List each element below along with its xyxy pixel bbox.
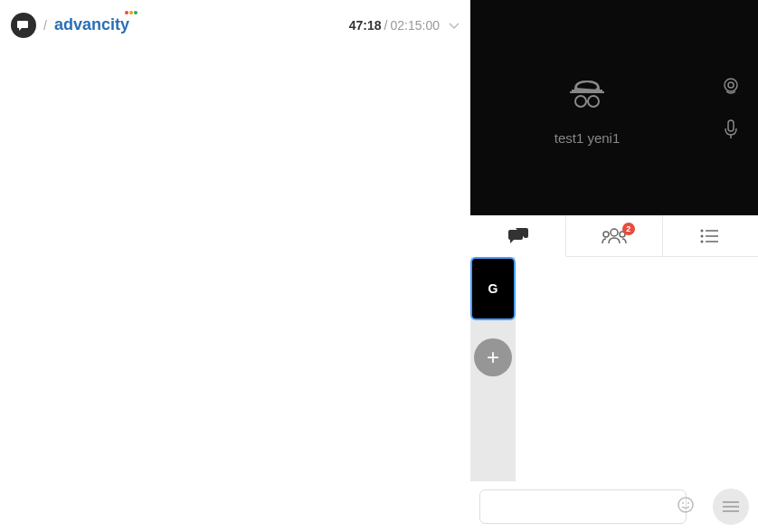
svg-rect-7	[728, 120, 734, 131]
anonymous-user-icon	[564, 71, 610, 119]
svg-point-10	[603, 232, 609, 237]
timer-total: 02:15:00	[391, 18, 441, 33]
speech-bubble-icon	[16, 19, 31, 32]
add-chat-button[interactable]: +	[474, 338, 512, 376]
video-main: test1 yeni1	[470, 0, 704, 215]
brand-text: advancity	[54, 15, 129, 33]
chat-icon	[507, 227, 529, 245]
svg-point-9	[611, 229, 618, 236]
svg-point-19	[682, 502, 684, 504]
svg-point-20	[687, 502, 689, 504]
tab-participants[interactable]: 2	[566, 215, 662, 257]
send-button[interactable]	[713, 489, 749, 525]
chat-group-tile[interactable]: G	[470, 257, 516, 320]
list-icon	[700, 229, 720, 243]
chat-body: G +	[470, 257, 758, 481]
video-area: test1 yeni1	[470, 0, 758, 215]
timer: 47:18 / 02:15:00	[349, 18, 460, 33]
tab-bar: 2	[470, 215, 758, 257]
back-button[interactable]	[11, 13, 36, 38]
svg-point-6	[728, 82, 734, 88]
svg-point-18	[678, 498, 693, 512]
chat-messages	[516, 257, 758, 481]
header-bar: / advancity 47:18 / 02:15:00	[0, 0, 470, 50]
menu-lines-icon	[723, 500, 739, 513]
tab-list[interactable]	[663, 215, 758, 257]
chat-input-area	[470, 481, 758, 532]
message-input[interactable]	[479, 489, 687, 524]
brand-dots	[125, 11, 137, 14]
timer-current: 47:18	[349, 18, 382, 33]
chevron-down-icon[interactable]	[449, 18, 460, 33]
svg-point-12	[701, 229, 704, 232]
input-wrapper	[479, 489, 704, 524]
tab-chat[interactable]	[470, 215, 566, 257]
chat-sidebar: G +	[470, 257, 516, 481]
svg-point-3	[588, 96, 599, 107]
svg-point-5	[725, 79, 737, 91]
participants-badge: 2	[622, 223, 635, 235]
timer-separator: /	[384, 18, 388, 33]
camera-icon[interactable]	[721, 77, 741, 100]
svg-point-16	[701, 240, 704, 242]
video-controls	[704, 0, 758, 215]
video-user-name: test1 yeni1	[554, 130, 621, 146]
separator: /	[43, 18, 47, 33]
emoji-icon[interactable]	[677, 496, 695, 518]
brand-logo: advancity	[54, 15, 129, 34]
svg-point-14	[701, 234, 704, 237]
svg-point-2	[575, 96, 586, 107]
right-panel: test1 yeni1	[470, 0, 758, 532]
microphone-icon[interactable]	[723, 119, 739, 144]
